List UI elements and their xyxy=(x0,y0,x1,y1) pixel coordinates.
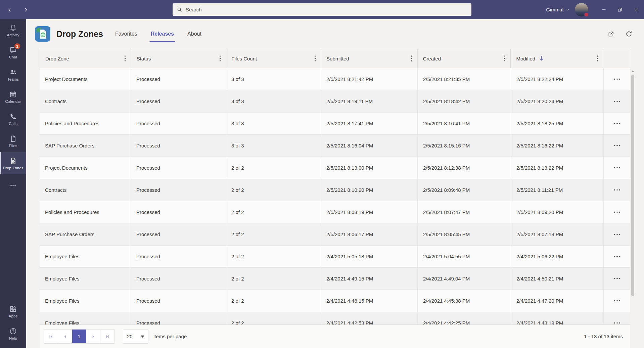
row-actions-button[interactable] xyxy=(610,276,624,281)
sidebar-item-apps[interactable]: Apps xyxy=(0,300,26,322)
column-menu-icon[interactable] xyxy=(217,54,223,63)
table-row[interactable]: SAP Purchase Orders Processed 2 of 2 2/5… xyxy=(40,223,630,246)
row-actions-icon xyxy=(614,123,620,124)
sidebar-item-more[interactable] xyxy=(0,174,26,197)
back-button[interactable] xyxy=(5,5,14,14)
table-row[interactable]: Project Documents Processed 2 of 2 2/5/2… xyxy=(40,157,630,179)
column-header-submitted[interactable]: Submitted xyxy=(321,49,418,68)
row-actions-button[interactable] xyxy=(610,121,624,126)
row-actions-icon xyxy=(614,322,620,324)
column-menu-icon[interactable] xyxy=(594,54,600,63)
cell-created: 2/5/2021 8:18:42 PM xyxy=(423,98,470,104)
row-actions-button[interactable] xyxy=(610,165,624,171)
row-actions-button[interactable] xyxy=(610,254,624,259)
column-menu-icon[interactable] xyxy=(312,54,318,63)
row-actions-button[interactable] xyxy=(610,98,624,104)
account-name: Gimmal xyxy=(546,7,563,12)
column-header-status[interactable]: Status xyxy=(131,49,226,68)
search-input[interactable] xyxy=(186,7,467,12)
cell-status: Processed xyxy=(136,298,160,304)
table-row[interactable]: Contracts Processed 3 of 3 2/5/2021 8:19… xyxy=(40,90,630,113)
column-label: Files Count xyxy=(231,56,257,61)
row-actions-icon xyxy=(614,100,620,102)
cell-modified: 2/5/2021 8:16:22 PM xyxy=(516,143,563,148)
column-menu-icon[interactable] xyxy=(409,54,415,63)
sidebar-item-help[interactable]: Help xyxy=(0,322,26,345)
pager-first-button[interactable] xyxy=(44,329,58,344)
column-header-created[interactable]: Created xyxy=(418,49,511,68)
cell-drop-zone: Project Documents xyxy=(45,165,88,171)
row-actions-button[interactable] xyxy=(610,298,624,304)
cell-created: 2/5/2021 8:09:48 PM xyxy=(423,187,470,193)
table-row[interactable]: Contracts Processed 2 of 2 2/5/2021 8:10… xyxy=(40,179,630,201)
teams-icon xyxy=(9,68,17,76)
pager-last-button[interactable] xyxy=(100,329,114,344)
avatar[interactable] xyxy=(575,3,588,16)
row-actions-button[interactable] xyxy=(610,76,624,82)
cell-files-count: 2 of 2 xyxy=(231,209,244,215)
tab-releases[interactable]: Releases xyxy=(150,29,175,39)
cell-files-count: 2 of 2 xyxy=(231,165,244,171)
column-header-files-count[interactable]: Files Count xyxy=(226,49,321,68)
cell-status: Processed xyxy=(136,98,160,104)
pager-prev-button[interactable] xyxy=(58,329,72,344)
scrollbar-up-arrow[interactable] xyxy=(631,70,635,73)
table-row[interactable]: Policies and Procedures Processed 2 of 2… xyxy=(40,201,630,223)
minimize-button[interactable] xyxy=(596,0,612,19)
pager-page-1-button[interactable]: 1 xyxy=(72,329,86,344)
cell-files-count: 2 of 2 xyxy=(231,231,244,237)
page-size-value: 20 xyxy=(127,334,133,339)
refresh-button[interactable] xyxy=(625,30,633,38)
close-button[interactable] xyxy=(628,0,644,19)
popout-button[interactable] xyxy=(606,30,615,38)
sidebar-item-label: Calls xyxy=(9,122,17,126)
table-row[interactable]: Employee Files Processed 2 of 2 2/4/2021… xyxy=(40,290,630,312)
row-actions-button[interactable] xyxy=(610,143,624,148)
cell-drop-zone: Employee Files xyxy=(45,276,80,281)
pager-last-icon xyxy=(104,334,110,340)
forward-button[interactable] xyxy=(21,5,30,14)
table-row[interactable]: Policies and Procedures Processed 3 of 3… xyxy=(40,113,630,135)
cell-created: 2/5/2021 8:07:47 PM xyxy=(423,209,470,215)
account-menu[interactable]: Gimmal xyxy=(546,7,569,12)
column-header-modified[interactable]: Modified xyxy=(511,49,603,68)
table-row[interactable]: Employee Files Processed 2 of 2 2/4/2021… xyxy=(40,268,630,290)
column-label: Created xyxy=(423,56,441,61)
sidebar-item-drop-zones[interactable]: Drop Zones xyxy=(0,152,26,174)
cell-drop-zone: Employee Files xyxy=(45,320,80,324)
row-actions-button[interactable] xyxy=(610,231,624,237)
sidebar-item-activity[interactable]: Activity xyxy=(0,19,26,41)
cell-files-count: 3 of 3 xyxy=(231,121,244,126)
sidebar-item-calls[interactable]: Calls xyxy=(0,108,26,130)
cell-created: 2/4/2021 4:42:25 PM xyxy=(423,320,470,324)
column-menu-icon[interactable] xyxy=(122,54,128,63)
table-row[interactable]: Employee Files Processed 2 of 2 2/4/2021… xyxy=(40,246,630,268)
table-row[interactable]: Project Documents Processed 3 of 3 2/5/2… xyxy=(40,68,630,90)
cell-modified: 2/4/2021 4:50:21 PM xyxy=(516,276,563,281)
sidebar-item-chat[interactable]: 1 Chat xyxy=(0,41,26,63)
column-label: Status xyxy=(137,56,151,61)
row-actions-button[interactable] xyxy=(610,209,624,215)
column-menu-icon[interactable] xyxy=(502,54,508,63)
sidebar-item-teams[interactable]: Teams xyxy=(0,63,26,86)
page-size-dropdown[interactable]: 20 xyxy=(123,329,148,344)
pager-next-button[interactable] xyxy=(86,329,100,344)
row-actions-button[interactable] xyxy=(610,187,624,193)
sidebar-item-files[interactable]: Files xyxy=(0,130,26,152)
vertical-scrollbar-thumb[interactable] xyxy=(631,75,634,296)
cell-created: 2/5/2021 8:15:16 PM xyxy=(423,143,470,148)
column-header-drop-zone[interactable]: Drop Zone xyxy=(40,49,131,68)
app-header: Drop Zones Favorites Releases About xyxy=(26,19,644,49)
sidebar-item-label: Activity xyxy=(7,33,19,37)
tab-bar: Favorites Releases About xyxy=(114,19,202,49)
row-actions-button[interactable] xyxy=(610,320,624,324)
tab-favorites[interactable]: Favorites xyxy=(114,29,138,39)
help-icon xyxy=(9,327,17,335)
sidebar-item-calendar[interactable]: Calendar xyxy=(0,86,26,108)
restore-button[interactable] xyxy=(612,0,628,19)
tab-about[interactable]: About xyxy=(187,29,202,39)
cell-drop-zone: SAP Purchase Orders xyxy=(45,143,94,148)
table-row[interactable]: Employee Files Processed 2 of 2 2/4/2021… xyxy=(40,312,630,324)
cell-submitted: 2/5/2021 8:21:42 PM xyxy=(326,76,373,82)
table-row[interactable]: SAP Purchase Orders Processed 3 of 3 2/5… xyxy=(40,135,630,157)
